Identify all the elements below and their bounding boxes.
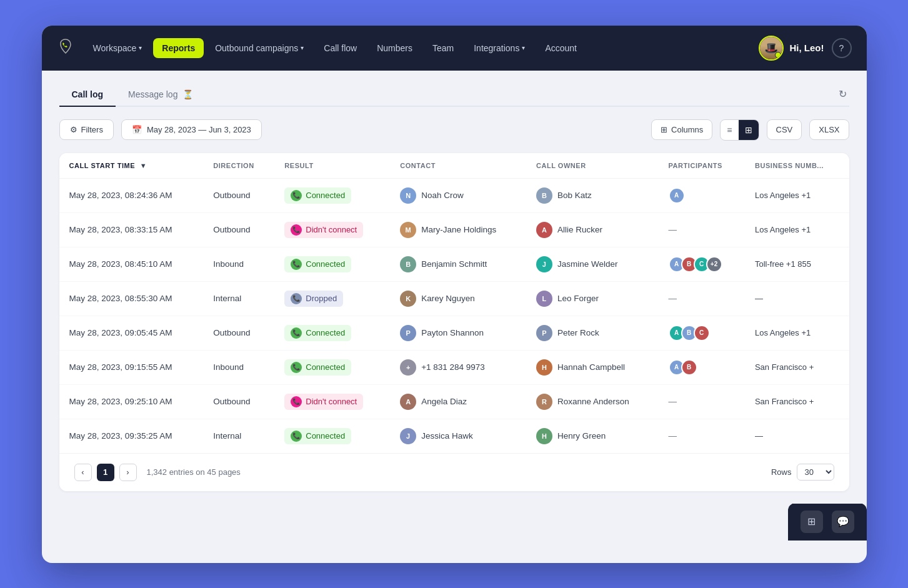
status-dot bbox=[775, 52, 781, 58]
cell-call-owner: HHannah Campbell bbox=[526, 350, 659, 384]
cell-result: 📞Connected bbox=[274, 247, 390, 281]
result-icon: 📞 bbox=[291, 431, 302, 442]
nav-account[interactable]: Account bbox=[536, 38, 586, 58]
table-row[interactable]: May 28, 2023, 09:15:55 AMInbound📞Connect… bbox=[59, 350, 849, 384]
col-business-number[interactable]: BUSINESS NUMB... bbox=[745, 153, 849, 179]
table-row[interactable]: May 28, 2023, 08:55:30 AMInternal📞Droppe… bbox=[59, 281, 849, 316]
table-row[interactable]: May 28, 2023, 09:25:10 AMOutbound📞Didn't… bbox=[59, 384, 849, 419]
col-call-start-time[interactable]: CALL START TIME ▼ bbox=[59, 153, 204, 179]
table-row[interactable]: May 28, 2023, 09:35:25 AMInternal📞Connec… bbox=[59, 419, 849, 453]
cell-call-owner: RRoxanne Anderson bbox=[526, 384, 659, 419]
cell-contact: BBenjamin Schmitt bbox=[390, 247, 526, 281]
nav-call-flow[interactable]: Call flow bbox=[315, 38, 366, 58]
cell-business-number: Los Angeles +1 bbox=[745, 212, 849, 247]
grid-icon: ⊞ bbox=[745, 125, 752, 135]
contact-avatar: P bbox=[400, 325, 416, 341]
nav-outbound-campaigns[interactable]: Outbound campaigns ▾ bbox=[206, 38, 312, 58]
workspace-chevron-icon: ▾ bbox=[139, 44, 142, 51]
pagination-bar: ‹ 1 › 1,342 entries on 45 pages Rows 30 … bbox=[59, 453, 849, 491]
contact-avatar: J bbox=[400, 428, 416, 444]
table-row[interactable]: May 28, 2023, 08:33:15 AMOutbound📞Didn't… bbox=[59, 212, 849, 247]
owner-avatar: J bbox=[536, 256, 552, 272]
cell-contact: MMary-Jane Holdings bbox=[390, 212, 526, 247]
nav-integrations[interactable]: Integrations ▾ bbox=[465, 38, 534, 58]
cell-participants: — bbox=[659, 212, 745, 247]
table-row[interactable]: May 28, 2023, 08:45:10 AMInbound📞Connect… bbox=[59, 247, 849, 281]
tab-message-log[interactable]: Message log ⏳ bbox=[116, 83, 206, 107]
contact-avatar: K bbox=[400, 291, 416, 307]
nav-reports[interactable]: Reports bbox=[153, 38, 204, 58]
owner-avatar: A bbox=[536, 222, 552, 238]
list-view-button[interactable]: ≡ bbox=[721, 120, 738, 140]
nav-numbers[interactable]: Numbers bbox=[368, 38, 421, 58]
table-row[interactable]: May 28, 2023, 08:24:36 AMOutbound📞Connec… bbox=[59, 178, 849, 212]
col-call-owner[interactable]: CALL OWNER bbox=[526, 153, 659, 179]
columns-button[interactable]: ⊞ Columns bbox=[651, 119, 712, 140]
cell-contact: PPayton Shannon bbox=[390, 316, 526, 350]
main-nav: Workspace ▾ Reports Outbound campaigns ▾… bbox=[42, 26, 867, 71]
cell-business-number: San Francisco + bbox=[745, 384, 849, 419]
result-icon: 📞 bbox=[291, 327, 302, 339]
contact-avatar: + bbox=[400, 359, 416, 376]
cell-call-start-time: May 28, 2023, 09:35:25 AM bbox=[59, 419, 204, 453]
apps-icon[interactable]: ⊞ bbox=[801, 511, 823, 533]
cell-participants: — bbox=[659, 281, 745, 316]
table-row[interactable]: May 28, 2023, 09:05:45 AMOutbound📞Connec… bbox=[59, 316, 849, 350]
content-area: Call log Message log ⏳ ↻ ⚙ Filters 📅 May… bbox=[42, 71, 867, 504]
col-contact[interactable]: CONTACT bbox=[390, 153, 526, 179]
cell-participants: ABC bbox=[659, 316, 745, 350]
csv-export-button[interactable]: CSV bbox=[767, 119, 802, 140]
xlsx-export-button[interactable]: XLSX bbox=[809, 119, 849, 140]
cell-call-start-time: May 28, 2023, 08:55:30 AM bbox=[59, 281, 204, 316]
cell-participants: A bbox=[659, 178, 745, 212]
cell-result: 📞Didn't connect bbox=[274, 212, 390, 247]
participant-avatar: C bbox=[694, 325, 710, 341]
cell-contact: AAngela Diaz bbox=[390, 384, 526, 419]
contact-avatar: A bbox=[400, 394, 416, 410]
nav-workspace[interactable]: Workspace ▾ bbox=[84, 38, 151, 58]
call-log-table: CALL START TIME ▼ DIRECTION RESULT CONTA… bbox=[59, 153, 849, 491]
cell-direction: Outbound bbox=[203, 178, 274, 212]
help-button[interactable]: ? bbox=[832, 38, 852, 58]
cell-call-owner: JJasmine Welder bbox=[526, 247, 659, 281]
cell-business-number: Los Angeles +1 bbox=[745, 178, 849, 212]
date-range-picker[interactable]: 📅 May 28, 2023 — Jun 3, 2023 bbox=[121, 119, 262, 140]
cell-business-number: Los Angeles +1 bbox=[745, 316, 849, 350]
cell-result: 📞Didn't connect bbox=[274, 384, 390, 419]
logo-icon[interactable] bbox=[57, 37, 74, 59]
prev-page-button[interactable]: ‹ bbox=[74, 464, 92, 481]
user-menu[interactable]: 🎩 Hi, Leo! bbox=[759, 36, 824, 61]
refresh-button[interactable]: ↻ bbox=[836, 86, 849, 102]
cell-contact: JJessica Hawk bbox=[390, 419, 526, 453]
owner-avatar: P bbox=[536, 325, 552, 341]
col-direction[interactable]: DIRECTION bbox=[203, 153, 274, 179]
current-page: 1 bbox=[97, 464, 114, 481]
owner-avatar: B bbox=[536, 187, 552, 204]
participant-avatar: A bbox=[669, 187, 685, 204]
cell-direction: Outbound bbox=[203, 384, 274, 419]
cell-direction: Inbound bbox=[203, 350, 274, 384]
cell-direction: Outbound bbox=[203, 316, 274, 350]
grid-view-button[interactable]: ⊞ bbox=[739, 120, 759, 140]
avatar: 🎩 bbox=[759, 36, 784, 61]
col-participants[interactable]: PARTICIPANTS bbox=[659, 153, 745, 179]
cell-call-start-time: May 28, 2023, 09:15:55 AM bbox=[59, 350, 204, 384]
rows-per-page-select[interactable]: 30 50 100 bbox=[797, 464, 834, 481]
cell-business-number: Toll-free +1 855 bbox=[745, 247, 849, 281]
result-icon: 📞 bbox=[291, 190, 302, 201]
next-page-button[interactable]: › bbox=[119, 464, 137, 481]
filter-button[interactable]: ⚙ Filters bbox=[59, 119, 114, 140]
extra-participants-badge: +2 bbox=[706, 256, 722, 272]
result-icon: 📞 bbox=[291, 293, 302, 304]
cell-call-start-time: May 28, 2023, 09:05:45 AM bbox=[59, 316, 204, 350]
chat-icon[interactable]: 💬 bbox=[832, 511, 854, 533]
col-result[interactable]: RESULT bbox=[274, 153, 390, 179]
cell-participants: — bbox=[659, 384, 745, 419]
cell-contact: NNoah Crow bbox=[390, 178, 526, 212]
nav-team[interactable]: Team bbox=[424, 38, 462, 58]
cell-direction: Internal bbox=[203, 281, 274, 316]
cell-business-number: — bbox=[745, 419, 849, 453]
tab-call-log[interactable]: Call log bbox=[59, 83, 116, 107]
cell-participants: — bbox=[659, 419, 745, 453]
cell-call-start-time: May 28, 2023, 08:24:36 AM bbox=[59, 178, 204, 212]
